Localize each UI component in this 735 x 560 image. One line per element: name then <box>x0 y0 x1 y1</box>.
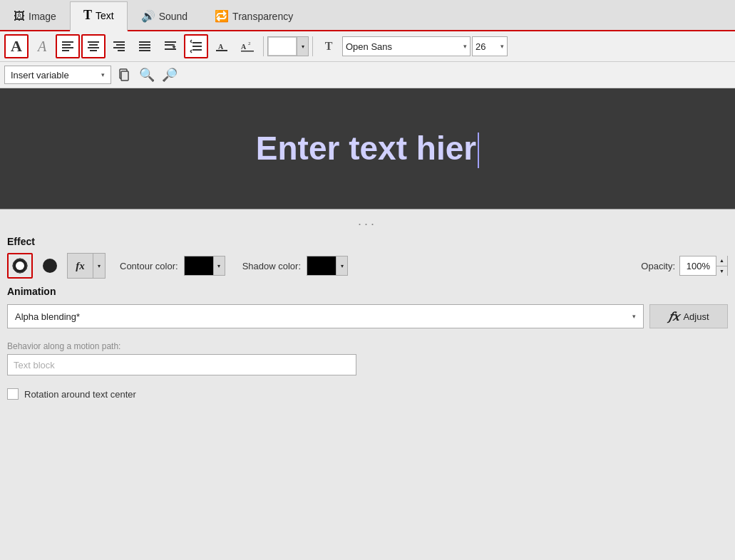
animation-dropdown[interactable]: Alpha blending* ▾ <box>7 304 644 328</box>
opacity-arrows: ▲ ▼ <box>716 256 727 276</box>
shadow-color-swatch <box>307 256 336 275</box>
svg-rect-19 <box>192 42 202 43</box>
text-icon: T <box>83 8 92 23</box>
circle-outline-icon <box>41 257 58 274</box>
color-picker-button[interactable]: ▾ <box>267 36 309 56</box>
color-arrow-icon: ▾ <box>297 37 308 56</box>
svg-rect-3 <box>62 50 69 51</box>
tab-text[interactable]: T Text <box>70 1 128 31</box>
svg-rect-16 <box>165 41 176 43</box>
align-right-button[interactable] <box>107 34 131 58</box>
svg-text:A: A <box>241 43 247 51</box>
effect-toolbar: fx ▾ Contour color: ▾ Shadow color: ▾ Op… <box>0 250 735 284</box>
svg-rect-28 <box>121 71 128 81</box>
animation-dropdown-value: Alpha blending* <box>15 311 80 322</box>
align-center-button[interactable] <box>81 34 106 58</box>
fx-arrow-icon: ▾ <box>93 254 105 278</box>
opacity-spinner[interactable]: 100% ▲ ▼ <box>679 256 728 276</box>
zoom-out-button[interactable]: 🔎 <box>160 65 180 85</box>
fx-label: fx <box>68 254 93 278</box>
font-family-label: Open Sans <box>346 41 392 52</box>
svg-rect-6 <box>88 47 99 48</box>
opacity-up-button[interactable]: ▲ <box>716 256 727 266</box>
superscript-icon: A 2 <box>240 39 255 53</box>
adjust-fx-icon: 𝑓𝑥 <box>668 310 679 323</box>
tab-image-label: Image <box>29 11 56 22</box>
svg-rect-15 <box>139 50 150 51</box>
separator2 <box>312 36 313 56</box>
svg-rect-7 <box>90 50 97 51</box>
preview-text[interactable]: Enter text hier <box>227 115 508 183</box>
shadow-color-label: Shadow color: <box>242 261 301 271</box>
adjust-label: Adjust <box>683 311 709 322</box>
justify-icon <box>138 39 152 53</box>
tab-transparency-label: Transparency <box>232 11 293 22</box>
baseline-button[interactable]: A <box>210 34 234 58</box>
align-left-icon <box>61 39 75 53</box>
line-spacing-button[interactable] <box>184 34 208 58</box>
svg-rect-11 <box>118 50 125 51</box>
align-right-icon <box>112 39 126 53</box>
transparency-icon: 🔁 <box>215 9 229 23</box>
ellipsis-indicator: ... <box>0 209 735 232</box>
motion-path-input[interactable]: Text block <box>7 354 356 375</box>
animation-row: Alpha blending* ▾ 𝑓𝑥 Adjust <box>7 304 728 328</box>
tab-text-label: Text <box>96 10 114 21</box>
tab-image[interactable]: 🖼 Image <box>0 4 70 30</box>
svg-text:A: A <box>218 43 224 51</box>
svg-rect-26 <box>241 51 254 52</box>
tab-sound[interactable]: 🔊 Sound <box>128 3 201 30</box>
text-wrap-icon <box>163 39 178 53</box>
line-spacing-icon <box>189 39 203 53</box>
svg-rect-17 <box>165 44 173 46</box>
svg-rect-13 <box>139 44 150 46</box>
justify-button[interactable] <box>133 34 157 58</box>
svg-rect-9 <box>116 44 125 46</box>
effect-section-label: Effect <box>0 232 735 250</box>
zoom-in-button[interactable]: 🔍 <box>137 65 157 85</box>
copy-format-button[interactable] <box>114 65 134 85</box>
shadow-color-group: Shadow color: ▾ <box>242 256 348 276</box>
insert-variable-dropdown[interactable]: Insert variable ▾ <box>4 66 111 84</box>
tab-sound-label: Sound <box>159 11 187 22</box>
contour-color-label: Contour color: <box>120 261 178 271</box>
effect-circle-filled-button[interactable] <box>7 253 33 279</box>
rotation-checkbox[interactable] <box>7 388 19 400</box>
font-size-label: 26 <box>476 41 485 52</box>
font-size-select[interactable]: 26 ▾ <box>472 36 508 56</box>
align-center-icon <box>86 39 101 53</box>
adjust-button[interactable]: 𝑓𝑥 Adjust <box>649 304 728 328</box>
svg-point-30 <box>16 261 24 270</box>
contour-color-group: Contour color: ▾ <box>120 256 225 276</box>
svg-rect-14 <box>139 47 150 48</box>
opacity-down-button[interactable]: ▼ <box>716 266 727 276</box>
preview-canvas[interactable]: Enter text hier <box>0 88 735 209</box>
superscript-button[interactable]: A 2 <box>235 34 259 58</box>
color-swatch <box>268 37 297 56</box>
svg-rect-8 <box>113 41 125 43</box>
baseline-icon: A <box>215 39 229 53</box>
shadow-color-button[interactable]: ▾ <box>307 256 348 276</box>
bold-button[interactable]: A <box>4 34 29 58</box>
svg-rect-2 <box>62 47 73 48</box>
align-left-button[interactable] <box>56 34 80 58</box>
font-icon-btn: T <box>317 34 341 58</box>
effect-circle-outline-button[interactable] <box>37 253 63 279</box>
tab-transparency[interactable]: 🔁 Transparency <box>201 3 307 30</box>
svg-rect-0 <box>62 41 73 43</box>
animation-section: Animation Alpha blending* ▾ 𝑓𝑥 Adjust <box>0 284 735 334</box>
svg-rect-5 <box>89 44 98 46</box>
font-family-select[interactable]: Open Sans ▾ <box>342 36 471 56</box>
contour-color-arrow-icon: ▾ <box>213 256 225 275</box>
animation-dropdown-arrow-icon: ▾ <box>632 313 636 320</box>
svg-rect-1 <box>62 44 71 46</box>
contour-color-button[interactable]: ▾ <box>184 256 225 276</box>
contour-color-swatch <box>185 256 213 275</box>
svg-rect-21 <box>192 49 202 51</box>
image-icon: 🖼 <box>14 10 25 23</box>
italic-button[interactable]: A <box>30 34 54 58</box>
svg-rect-4 <box>88 41 99 43</box>
copy-format-icon <box>117 68 131 82</box>
fx-button[interactable]: fx ▾ <box>67 253 106 279</box>
text-wrap-button[interactable] <box>158 34 183 58</box>
